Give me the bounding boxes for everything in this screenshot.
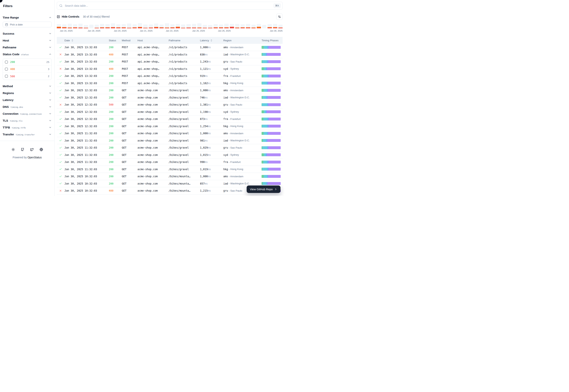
filter-section-host[interactable]: Host bbox=[3, 37, 52, 44]
timeline-bar[interactable] bbox=[165, 23, 169, 28]
timeline-bar[interactable] bbox=[100, 24, 104, 28]
twitter-link-button[interactable] bbox=[30, 148, 34, 151]
timeline-bar[interactable] bbox=[197, 23, 202, 28]
table-row[interactable]: Jan 30, 2025 12:32:03 200 GET acme-shop.… bbox=[57, 123, 283, 130]
table-row[interactable]: Jan 30, 2025 10:32:03 200 GET acme-shop.… bbox=[57, 173, 283, 180]
table-row[interactable]: Jan 30, 2025 12:32:03 500 GET acme-shop.… bbox=[57, 101, 283, 108]
column-header-date[interactable]: Date bbox=[63, 39, 107, 42]
table-row[interactable]: Jan 30, 2025 11:32:03 200 GET acme-shop.… bbox=[57, 144, 283, 152]
timeline-bar[interactable] bbox=[240, 24, 245, 28]
timeline-bar[interactable] bbox=[170, 24, 175, 28]
filter-section-status-code[interactable]: Status Code status bbox=[3, 51, 52, 57]
timeline-bar[interactable] bbox=[68, 24, 72, 28]
timeline-bar[interactable] bbox=[154, 24, 158, 28]
timeline-bar[interactable] bbox=[208, 25, 212, 28]
checkbox[interactable] bbox=[5, 75, 8, 78]
date-picker-button[interactable]: Pick a date bbox=[3, 22, 52, 27]
table-row[interactable]: Jan 30, 2025 11:32:03 200 GET acme-shop.… bbox=[57, 130, 283, 137]
timeline-bar[interactable] bbox=[159, 25, 164, 28]
timeline-bar[interactable] bbox=[267, 24, 272, 28]
table-row[interactable]: Jan 30, 2025 11:32:03 200 GET acme-shop.… bbox=[57, 137, 283, 144]
timeline-bar[interactable] bbox=[149, 25, 153, 28]
controls-row: Hide Controls 30 of 30 row(s) filtered bbox=[57, 14, 283, 20]
table-row[interactable]: Jan 30, 2025 12:32:03 200 GET acme-shop.… bbox=[57, 108, 283, 116]
timeline-bar[interactable] bbox=[78, 24, 83, 28]
github-link-button[interactable] bbox=[21, 148, 24, 151]
table-row[interactable]: Jan 30, 2025 11:32:03 200 GET acme-shop.… bbox=[57, 166, 283, 173]
checkbox[interactable] bbox=[5, 68, 8, 70]
filter-section-ttfb[interactable]: TTFBtiming.ttfb bbox=[3, 124, 52, 131]
timeline-bar[interactable] bbox=[57, 24, 61, 28]
filter-section-pathname[interactable]: Pathname bbox=[3, 44, 52, 51]
timeline-bar[interactable] bbox=[138, 23, 142, 28]
table-row[interactable]: Jan 30, 2025 13:32:03 200 POST api.acme-… bbox=[57, 44, 283, 51]
filter-section-dns[interactable]: DNStiming.dns bbox=[3, 103, 52, 110]
cell-latency: 1,381ms bbox=[198, 103, 222, 106]
timing-phase-connection bbox=[262, 103, 267, 106]
timeline-bar[interactable] bbox=[235, 24, 239, 28]
table-row[interactable]: Jan 30, 2025 13:32:03 400 POST api.acme-… bbox=[57, 65, 283, 73]
table-row[interactable]: Jan 30, 2025 11:32:03 200 GET acme-shop.… bbox=[57, 152, 283, 159]
timeline-bar[interactable] bbox=[224, 24, 228, 28]
filter-section-tls[interactable]: TLStiming.tls bbox=[3, 117, 52, 124]
status-option-400[interactable]: 400 3 bbox=[3, 66, 51, 73]
timeline-bar[interactable] bbox=[89, 25, 94, 28]
timeline-bar[interactable] bbox=[181, 25, 185, 28]
timeline-bar[interactable] bbox=[257, 24, 261, 28]
timeline-bar[interactable] bbox=[84, 25, 88, 28]
view-options-button[interactable] bbox=[276, 14, 283, 20]
table-row[interactable]: Jan 30, 2025 13:32:03 200 POST api.acme-… bbox=[57, 72, 283, 80]
timeline-bar[interactable] bbox=[246, 24, 250, 28]
table-row[interactable]: Jan 30, 2025 13:32:03 400 POST api.acme-… bbox=[57, 51, 283, 58]
column-header-latency[interactable]: Latency bbox=[198, 39, 222, 42]
table-row[interactable]: Jan 30, 2025 13:32:03 200 POST api.acme-… bbox=[57, 80, 283, 87]
view-github-repo-button[interactable]: View GitHub Repo bbox=[247, 185, 280, 193]
timeline-bar[interactable] bbox=[73, 24, 77, 28]
timeline-bar[interactable] bbox=[219, 25, 223, 28]
timeline-bar[interactable] bbox=[116, 24, 120, 28]
timeline-bar[interactable] bbox=[230, 24, 234, 28]
timeline-bar[interactable] bbox=[262, 25, 266, 28]
filter-section-transfer[interactable]: Transfertiming.transfer bbox=[3, 131, 52, 138]
website-link-button[interactable] bbox=[40, 148, 43, 151]
timeline-bar[interactable] bbox=[203, 25, 207, 28]
status-option-500[interactable]: 500 2 bbox=[3, 73, 51, 80]
chevron-up-icon bbox=[49, 16, 52, 19]
filter-section-latency[interactable]: Latency bbox=[3, 96, 52, 103]
checkbox[interactable] bbox=[5, 61, 8, 63]
theme-toggle-button[interactable] bbox=[12, 148, 15, 151]
cell-date: Jan 30, 2025 11:32:03 bbox=[63, 153, 107, 156]
filter-section-time-range[interactable]: Time Range bbox=[3, 14, 52, 21]
status-option-200[interactable]: 200 25 bbox=[3, 58, 51, 66]
filter-section-success[interactable]: Success bbox=[3, 30, 52, 37]
timeline-bar[interactable] bbox=[62, 24, 66, 28]
openstatus-link[interactable]: OpenStatus bbox=[28, 156, 42, 159]
filter-section-regions[interactable]: Regions bbox=[3, 89, 52, 96]
table-row[interactable]: Jan 30, 2025 12:32:03 200 GET acme-shop.… bbox=[57, 115, 283, 123]
timeline-bar[interactable] bbox=[192, 24, 196, 28]
timeline-bar[interactable] bbox=[176, 24, 180, 28]
cell-host: api.acme-shop… bbox=[136, 46, 167, 49]
timeline-bar[interactable] bbox=[143, 25, 147, 28]
timeline-bar[interactable] bbox=[186, 24, 191, 28]
table-row[interactable]: Jan 30, 2025 11:32:03 200 GET acme-shop.… bbox=[57, 158, 283, 166]
search-input[interactable] bbox=[64, 4, 272, 7]
table-row[interactable]: Jan 30, 2025 13:32:03 200 POST api.acme-… bbox=[57, 58, 283, 65]
timeline-bar[interactable] bbox=[251, 25, 256, 28]
timeline-bar[interactable] bbox=[127, 24, 131, 28]
timeline-bar[interactable] bbox=[214, 24, 218, 28]
timeline-bar[interactable] bbox=[133, 24, 137, 28]
timeline-bar[interactable] bbox=[111, 23, 115, 28]
hide-controls-button[interactable]: Hide Controls bbox=[57, 15, 79, 18]
filter-section-connection[interactable]: Connectiontiming.connection bbox=[3, 110, 52, 117]
table-row[interactable]: Jan 30, 2025 12:32:03 200 GET acme-shop.… bbox=[57, 87, 283, 94]
timeline-bar[interactable] bbox=[105, 24, 110, 28]
timing-phase-ttfb bbox=[267, 153, 281, 156]
table-row[interactable]: Jan 30, 2025 12:32:03 200 GET acme-shop.… bbox=[57, 94, 283, 101]
timeline-bar[interactable] bbox=[278, 25, 283, 28]
filter-section-label: Success bbox=[3, 32, 14, 35]
timeline-bar[interactable] bbox=[95, 25, 99, 28]
timeline-bar[interactable] bbox=[122, 24, 126, 28]
filter-section-method[interactable]: Method bbox=[3, 83, 52, 89]
timeline-bar[interactable] bbox=[273, 24, 277, 28]
